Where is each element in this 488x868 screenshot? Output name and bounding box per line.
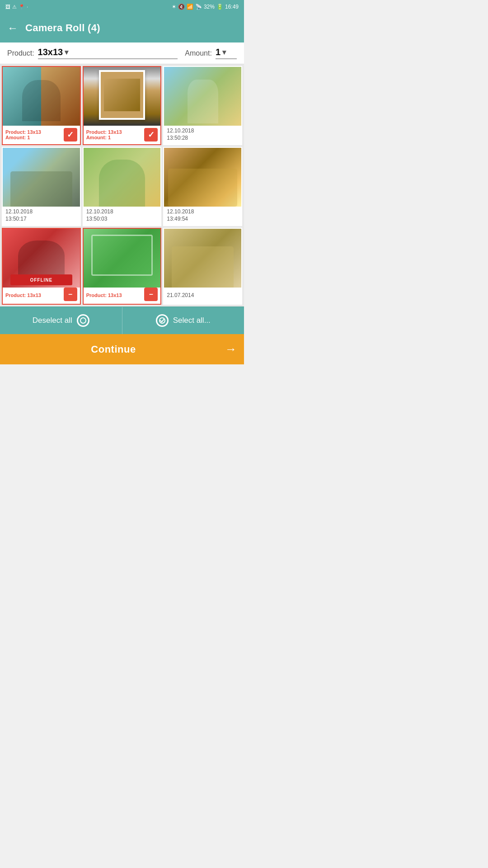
status-left-icons: 🖼 ⚠ 📍 ·	[5, 4, 28, 10]
wifi-icon: 📶	[187, 4, 193, 10]
status-bar: 🖼 ⚠ 📍 · ✶ 🔇 📶 📡 32% 🔋 16:49	[0, 0, 244, 14]
check-overlay-7[interactable]: –	[64, 288, 77, 301]
checkmark-2: ✓	[148, 130, 155, 140]
back-button[interactable]: ←	[7, 22, 18, 34]
photo-info-9: 21.07.2014	[164, 288, 241, 304]
photo-thumb-9	[164, 229, 241, 288]
warning-icon: ⚠	[12, 4, 17, 10]
photo-cell-7[interactable]: OFFLINE Product: 13x13 –	[2, 228, 81, 305]
battery-text: 32%	[204, 4, 215, 10]
photo-thumb-5	[84, 148, 161, 207]
maps-icon: 📍	[19, 4, 25, 10]
product-bar: Product: 13x13 Amount: 1	[0, 42, 244, 64]
action-bar: Deselect all Select all...	[0, 307, 244, 334]
svg-point-0	[80, 318, 86, 323]
photo-grid: Product: 13x13 Amount: 1 ✓ Product: 13x1…	[0, 64, 244, 307]
photo-thumb-2	[84, 67, 161, 126]
photo-thumb-4	[3, 148, 80, 207]
checkmark-8: –	[149, 290, 153, 298]
circle-empty-icon	[80, 317, 87, 324]
photo-thumb-3	[164, 67, 241, 126]
mute-icon: 🔇	[178, 4, 185, 10]
check-overlay-8[interactable]: –	[144, 288, 158, 301]
date-4: 12.10.2018	[5, 208, 77, 216]
deselect-all-button[interactable]: Deselect all	[0, 307, 122, 334]
photo-info-5: 12.10.2018 13:50:03	[84, 207, 161, 225]
deselect-label: Deselect all	[33, 316, 72, 325]
photo-cell-3[interactable]: 12.10.2018 13:50:28	[163, 66, 242, 145]
date-9: 21.07.2014	[167, 292, 239, 299]
date-5: 12.10.2018	[86, 208, 158, 216]
time-4: 13:50:17	[5, 216, 77, 223]
time: 16:49	[225, 4, 239, 10]
amount-label: Amount:	[185, 49, 212, 57]
select-all-button[interactable]: Select all...	[122, 307, 244, 334]
photo-info-3: 12.10.2018 13:50:28	[164, 126, 241, 144]
photo-cell-2[interactable]: Product: 13x13 Amount: 1 ✓	[83, 66, 162, 145]
continue-bar[interactable]: Continue →	[0, 334, 244, 364]
photo-cell-4[interactable]: 12.10.2018 13:50:17	[2, 147, 81, 226]
continue-arrow-icon: →	[225, 342, 237, 356]
continue-label: Continue	[7, 344, 220, 355]
checkmark-7: –	[68, 290, 72, 298]
photo-cell-9[interactable]: 21.07.2014	[163, 228, 242, 305]
battery-icon: 🔋	[216, 4, 223, 10]
photo-cell-8[interactable]: Product: 13x13 –	[83, 228, 162, 305]
photo-info-6: 12.10.2018 13:49:54	[164, 207, 241, 225]
product-label: Product:	[7, 49, 34, 57]
page-title: Camera Roll (4)	[25, 22, 100, 34]
bluetooth-icon: ✶	[172, 4, 176, 10]
checkmark-1: ✓	[67, 130, 74, 140]
select-all-label: Select all...	[173, 316, 211, 325]
status-right-icons: ✶ 🔇 📶 📡 32% 🔋 16:49	[172, 4, 239, 10]
photo-cell-6[interactable]: 12.10.2018 13:49:54	[163, 147, 242, 226]
photo-info-4: 12.10.2018 13:50:17	[3, 207, 80, 225]
time-5: 13:50:03	[86, 216, 158, 223]
signal-icon: 📡	[195, 4, 202, 10]
polaroid-inner	[104, 79, 140, 111]
time-3: 13:50:28	[167, 135, 239, 142]
check-overlay-1[interactable]: ✓	[64, 128, 77, 142]
check-overlay-2[interactable]: ✓	[144, 128, 158, 142]
photo-cell-5[interactable]: 12.10.2018 13:50:03	[83, 147, 162, 226]
amount-dropdown[interactable]: 1	[216, 47, 237, 59]
select-all-icon	[156, 314, 169, 327]
circle-check-icon	[159, 317, 166, 324]
photo-thumb-7: OFFLINE	[3, 229, 80, 288]
date-6: 12.10.2018	[167, 208, 239, 216]
photo-thumb-8	[84, 229, 161, 288]
deselect-icon	[77, 314, 89, 327]
photo-cell-1[interactable]: Product: 13x13 Amount: 1 ✓	[2, 66, 81, 145]
time-6: 13:49:54	[167, 216, 239, 223]
photo-thumb-6	[164, 148, 241, 207]
image-icon: 🖼	[5, 4, 10, 9]
polaroid-frame	[99, 70, 145, 120]
dot-indicator: ·	[27, 4, 28, 9]
product-dropdown[interactable]: 13x13	[38, 47, 178, 59]
date-3: 12.10.2018	[167, 127, 239, 135]
app-header: ← Camera Roll (4)	[0, 14, 244, 42]
photo-thumb-1	[3, 67, 80, 126]
